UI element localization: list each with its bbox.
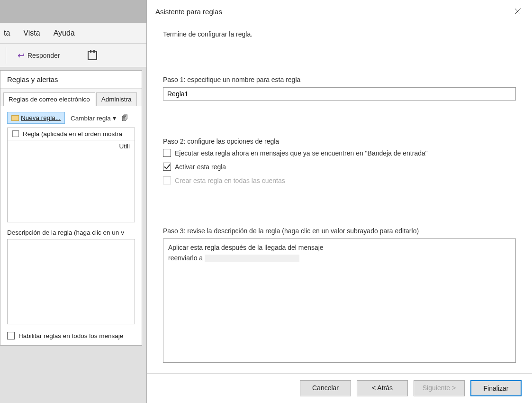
enable-rules-row[interactable]: Habilitar reglas en todos los mensaje [7,332,135,339]
run-now-checkbox[interactable] [163,149,171,157]
run-now-checkbox-row[interactable]: Ejecutar esta regla ahora en mensajes qu… [163,149,516,157]
copy-icon[interactable]: 🗐 [122,114,128,122]
close-button[interactable] [511,5,524,18]
wizard-footer: Cancelar < Atrás Siguiente > Finalizar [147,373,532,403]
desc-line2: reenviarlo a [168,253,511,264]
reply-arrow-icon: ↩ [18,50,25,61]
toolbar-separator [6,47,6,64]
rules-action-bar: Nueva regla... Cambiar regla ▾ 🗐 [7,112,135,124]
ribbon-tab-vista[interactable]: Vista [23,29,40,37]
rules-list: Regla (aplicada en el orden mostra Utili [7,128,135,222]
close-icon [514,8,521,15]
rules-list-body: Utili [8,140,135,152]
all-accounts-checkbox [163,176,171,184]
rule-description-preview[interactable]: Aplicar esta regla después de la llegada… [163,238,516,363]
header-checkbox[interactable] [12,130,19,137]
step2-label: Paso 2: configure las opciones de regla [163,137,516,145]
rules-list-header: Regla (aplicada en el orden mostra [8,128,135,140]
step3-label: Paso 3: revise la descripción de la regl… [163,227,516,235]
enable-checkbox[interactable] [7,332,15,339]
rules-tabs: Reglas de correo electrónico Administra [0,89,142,106]
desc-line1: Aplicar esta regla después de la llegada… [168,243,511,253]
all-accounts-checkbox-row: Crear esta regla en todas las cuentas [163,176,516,184]
run-now-label: Ejecutar esta regla ahora en mensajes qu… [175,149,428,157]
calendar-icon[interactable] [88,51,97,60]
ribbon-tab-ta[interactable]: ta [4,29,10,37]
finish-button[interactable]: Finalizar [470,380,522,396]
tab-email-rules[interactable]: Reglas de correo electrónico [3,92,95,106]
rules-wizard-dialog: Asistente para reglas Termine de configu… [146,0,532,403]
reply-button[interactable]: ↩ Responder [14,48,64,63]
activate-rule-checkbox[interactable] [163,163,171,171]
rules-and-alerts-dialog: Reglas y alertas Reglas de correo electr… [0,70,142,346]
reply-label: Responder [27,52,60,59]
rules-body: Nueva regla... Cambiar regla ▾ 🗐 Regla (… [0,106,142,345]
tab-admin[interactable]: Administra [96,92,137,106]
rule-description-box [7,239,135,324]
wizard-titlebar: Asistente para reglas [147,0,532,21]
rule-description-label: Descripción de la regla (haga clic en un… [7,229,135,236]
wizard-content: Termine de configurar la regla. Paso 1: … [147,21,532,373]
wizard-title: Asistente para reglas [155,8,222,16]
redacted-recipient[interactable] [205,255,299,262]
chevron-down-icon: ▾ [111,115,116,122]
change-rule-dropdown[interactable]: Cambiar regla ▾ [68,112,119,124]
step1-label: Paso 1: especifique un nombre para esta … [163,76,516,83]
new-rule-button[interactable]: Nueva regla... [7,112,65,124]
list-header-text: Regla (aplicada en el orden mostra [23,130,122,137]
activate-rule-label: Activar esta regla [175,163,226,171]
rules-dialog-title: Reglas y alertas [0,71,142,89]
ribbon-tab-ayuda[interactable]: Ayuda [54,29,75,37]
new-rule-label: Nueva regla... [21,114,61,121]
all-accounts-label: Crear esta regla en todas las cuentas [175,177,285,184]
next-button: Siguiente > [414,380,465,396]
cancel-button[interactable]: Cancelar [300,380,351,396]
folder-icon [11,115,19,121]
enable-label: Habilitar reglas en todos los mensaje [18,332,123,339]
rule-name-input[interactable] [163,87,516,101]
activate-rule-checkbox-row[interactable]: Activar esta regla [163,163,516,171]
back-button[interactable]: < Atrás [357,380,408,396]
wizard-intro: Termine de configurar la regla. [163,30,516,38]
